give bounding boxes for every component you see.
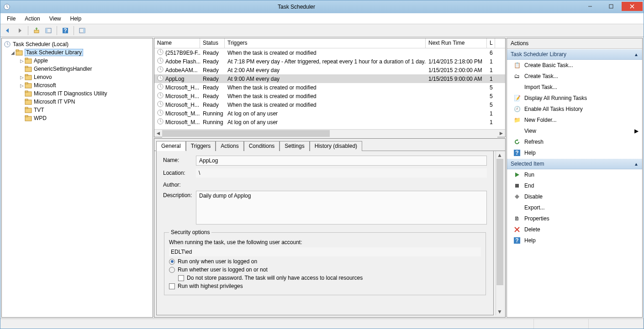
actions-group-library[interactable]: Task Scheduler Library▲ xyxy=(507,49,642,60)
expand-icon[interactable]: ▷ xyxy=(19,83,25,88)
action-create-basic-task[interactable]: 📋Create Basic Task... xyxy=(507,60,642,71)
help-button[interactable]: ? xyxy=(60,26,71,36)
radio-logged-off[interactable]: Run whether user is logged on or not xyxy=(169,266,481,273)
radio-icon[interactable] xyxy=(169,259,175,265)
collapse-icon[interactable]: ▲ xyxy=(634,162,639,167)
location-label: Location: xyxy=(163,168,196,176)
tab-triggers[interactable]: Triggers xyxy=(186,141,216,151)
folder-icon xyxy=(25,90,32,97)
col-last[interactable]: L xyxy=(487,38,495,48)
up-button[interactable] xyxy=(31,26,42,36)
task-rows[interactable]: {2517B9E9-F...ReadyWhen the task is crea… xyxy=(154,48,505,129)
checkbox-icon[interactable] xyxy=(178,275,184,281)
tree-item-msitvpn[interactable]: Microsoft IT VPN xyxy=(4,98,151,106)
task-row[interactable]: Microsoft_H...ReadyWhen the task is crea… xyxy=(154,83,505,92)
tree-root[interactable]: Task Scheduler (Local) xyxy=(4,40,151,48)
task-row[interactable]: AdobeAAM...ReadyAt 2:00 AM every day1/15… xyxy=(154,66,505,74)
menu-action[interactable]: Action xyxy=(21,15,43,23)
task-trigger: When the task is created or modified xyxy=(225,93,426,100)
col-status[interactable]: Status xyxy=(200,38,225,48)
refresh-icon xyxy=(513,138,521,146)
task-row[interactable]: Microsoft_H...ReadyWhen the task is crea… xyxy=(154,92,505,100)
clock-icon xyxy=(157,57,164,65)
minimize-button[interactable] xyxy=(580,2,601,11)
scroll-thumb[interactable] xyxy=(496,159,503,285)
scroll-thumb[interactable] xyxy=(162,130,330,137)
back-button[interactable] xyxy=(2,26,13,36)
tab-conditions[interactable]: Conditions xyxy=(244,141,280,151)
col-next[interactable]: Next Run Time xyxy=(426,38,487,48)
tree-item-tvt[interactable]: TVT xyxy=(4,106,151,114)
action-import-task[interactable]: Import Task... xyxy=(507,82,642,93)
menu-view[interactable]: View xyxy=(46,15,65,23)
collapse-icon[interactable]: ▲ xyxy=(634,52,639,57)
task-row[interactable]: Microsoft_M...RunningAt log on of any us… xyxy=(154,109,505,118)
check-no-password[interactable]: Do not store password. The task will onl… xyxy=(169,275,481,281)
tree[interactable]: Task Scheduler (Local) ◢ Task Scheduler … xyxy=(4,40,151,122)
task-row[interactable]: Microsoft_M...RunningAt log on of any us… xyxy=(154,118,505,126)
tab-actions[interactable]: Actions xyxy=(216,141,243,151)
action-view[interactable]: View▶ xyxy=(507,125,642,136)
scroll-right-icon[interactable]: ► xyxy=(497,130,505,137)
action-properties[interactable]: 🗎Properties xyxy=(507,213,642,224)
action-run[interactable]: Run xyxy=(507,169,642,180)
action-end[interactable]: End xyxy=(507,180,642,191)
task-row[interactable]: Adobe Flash...ReadyAt 7:18 PM every day … xyxy=(154,57,505,66)
task-name: Microsoft_M... xyxy=(154,109,200,118)
show-hide-action-pane-button[interactable] xyxy=(77,26,88,36)
checkbox-icon[interactable] xyxy=(169,283,175,289)
col-triggers[interactable]: Triggers xyxy=(225,38,426,48)
forward-button[interactable] xyxy=(14,26,25,36)
tree-item-wpd[interactable]: WPD xyxy=(4,114,151,122)
horizontal-scrollbar[interactable]: ◄ ► xyxy=(154,129,505,137)
task-row[interactable]: AppLogReadyAt 9:00 AM every day1/15/2015… xyxy=(154,74,505,83)
actions-group-selected[interactable]: Selected Item▲ xyxy=(507,158,642,169)
close-button[interactable] xyxy=(622,2,643,11)
scroll-down-icon[interactable]: ▼ xyxy=(496,308,503,315)
radio-icon[interactable] xyxy=(169,267,175,273)
description-field[interactable]: Daily dump of Applog xyxy=(196,191,487,225)
folder-icon xyxy=(25,65,32,73)
action-help-2[interactable]: ?Help xyxy=(507,235,642,246)
task-status: Ready xyxy=(200,49,225,57)
tree-item-apple[interactable]: ▷Apple xyxy=(4,57,151,65)
name-field[interactable]: AppLog xyxy=(196,156,487,166)
tab-settings[interactable]: Settings xyxy=(280,141,309,151)
task-status: Ready xyxy=(200,67,225,74)
maximize-button[interactable] xyxy=(601,2,622,11)
action-display-running[interactable]: 📝Display All Running Tasks xyxy=(507,93,642,104)
scroll-left-icon[interactable]: ◄ xyxy=(154,130,162,137)
col-name[interactable]: Name xyxy=(154,38,200,48)
tree-item-generic[interactable]: GenericSettingsHandler xyxy=(4,65,151,73)
tab-general[interactable]: General xyxy=(156,141,186,151)
menu-file[interactable]: File xyxy=(3,15,19,23)
radio-logged-on[interactable]: Run only when user is logged on xyxy=(169,258,481,265)
scroll-track[interactable] xyxy=(162,130,497,137)
expand-icon[interactable]: ▷ xyxy=(19,75,25,80)
action-new-folder[interactable]: 📁New Folder... xyxy=(507,115,642,125)
collapse-icon[interactable]: ◢ xyxy=(10,50,16,55)
task-row[interactable]: {2517B9E9-F...ReadyWhen the task is crea… xyxy=(154,48,505,57)
tree-item-msitdiag[interactable]: Microsoft IT Diagnostics Utility xyxy=(4,89,151,98)
action-disable[interactable]: Disable xyxy=(507,191,642,202)
help-icon: ? xyxy=(513,237,521,244)
expand-icon[interactable]: ▷ xyxy=(19,58,25,63)
task-row[interactable]: Microsoft_H...ReadyWhen the task is crea… xyxy=(154,100,505,109)
tree-item-lenovo[interactable]: ▷Lenovo xyxy=(4,73,151,81)
menu-help[interactable]: Help xyxy=(67,15,85,23)
action-refresh[interactable]: Refresh xyxy=(507,136,642,147)
scroll-up-icon[interactable]: ▲ xyxy=(496,151,503,159)
svg-rect-8 xyxy=(83,28,85,33)
tab-history[interactable]: History (disabled) xyxy=(310,141,362,151)
check-highest-priv[interactable]: Run with highest privileges xyxy=(169,283,481,289)
action-create-task[interactable]: 🗂Create Task... xyxy=(507,71,642,82)
action-export[interactable]: Export... xyxy=(507,202,642,213)
tree-library[interactable]: ◢ Task Scheduler Library xyxy=(4,48,151,57)
action-delete[interactable]: Delete xyxy=(507,224,642,235)
action-help[interactable]: ?Help xyxy=(507,147,642,158)
action-enable-history[interactable]: 🕘Enable All Tasks History xyxy=(507,104,642,115)
vertical-scrollbar[interactable]: ▲ ▼ xyxy=(496,151,503,315)
show-hide-tree-button[interactable] xyxy=(43,26,54,36)
titlebar[interactable]: Task Scheduler xyxy=(0,0,644,13)
tree-item-microsoft[interactable]: ▷Microsoft xyxy=(4,81,151,89)
